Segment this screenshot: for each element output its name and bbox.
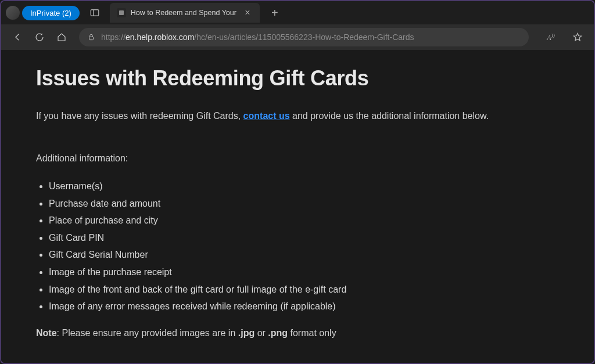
back-button[interactable] <box>8 28 27 46</box>
list-item: Username(s) <box>49 178 559 195</box>
inprivate-badge[interactable]: InPrivate (2) <box>22 6 80 20</box>
intro-paragraph: If you have any issues with redeeming Gi… <box>36 109 559 123</box>
browser-tab[interactable]: How to Redeem and Spend Your × <box>110 3 260 23</box>
list-item: Place of purchase and city <box>49 212 559 229</box>
contact-us-link[interactable]: contact us <box>243 111 290 121</box>
list-item: Gift Card Serial Number <box>49 246 559 264</box>
favorite-button[interactable] <box>568 28 587 46</box>
note-paragraph: Note: Please ensure any provided images … <box>36 328 559 338</box>
info-list: Username(s) Purchase date and amount Pla… <box>36 178 559 315</box>
tab-title: How to Redeem and Spend Your <box>131 9 236 17</box>
additional-info-label: Additional information: <box>36 153 559 164</box>
address-bar[interactable]: https://en.help.roblox.com/hc/en-us/arti… <box>79 28 529 46</box>
tab-favicon-icon <box>117 8 126 17</box>
page-heading: Issues with Redeeming Gift Cards <box>36 66 559 91</box>
list-item: Image of any error messages received whi… <box>49 298 559 315</box>
close-tab-button[interactable]: × <box>242 8 253 18</box>
svg-rect-2 <box>89 37 94 39</box>
svg-marker-3 <box>574 33 582 41</box>
list-item: Purchase date and amount <box>49 195 559 212</box>
url-text: https://en.help.roblox.com/hc/en-us/arti… <box>101 33 414 42</box>
new-tab-button[interactable]: + <box>268 6 282 20</box>
list-item: Image of the front and back of the gift … <box>49 281 559 298</box>
toolbar: https://en.help.roblox.com/hc/en-us/arti… <box>1 24 594 50</box>
home-button[interactable] <box>52 28 71 46</box>
list-item: Image of the purchase receipt <box>49 264 559 281</box>
profile-avatar[interactable] <box>6 6 20 20</box>
list-item: Gift Card PIN <box>49 229 559 247</box>
lock-icon <box>87 33 95 41</box>
titlebar: InPrivate (2) How to Redeem and Spend Yo… <box>1 1 594 24</box>
svg-rect-0 <box>91 10 99 16</box>
reading-mode-button[interactable]: A)) <box>542 28 560 46</box>
refresh-button[interactable] <box>30 28 49 46</box>
tab-actions-button[interactable] <box>88 6 102 20</box>
page-content: Issues with Redeeming Gift Cards If you … <box>1 50 594 364</box>
